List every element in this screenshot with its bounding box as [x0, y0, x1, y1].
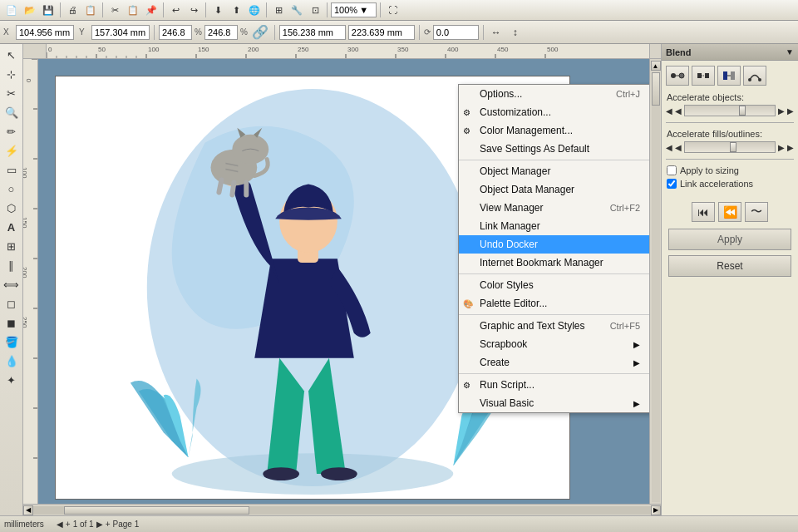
rotation-value[interactable]: 0.0 — [433, 25, 479, 40]
snap-btn[interactable]: ⊞ — [270, 2, 287, 18]
freehand-tool[interactable]: ✏ — [2, 122, 21, 140]
export-btn[interactable]: ⬆ — [228, 2, 244, 18]
options-btn[interactable]: 🔧 — [288, 2, 305, 18]
accel-obj-left-arrow2[interactable]: ◀ — [675, 106, 682, 116]
blend-spacing-btn[interactable] — [692, 66, 715, 86]
eyedropper-tool[interactable]: 💧 — [2, 352, 21, 370]
crop-tool[interactable]: ✂ — [2, 84, 21, 102]
interactive-tool[interactable]: ✦ — [2, 371, 21, 389]
menu-item-graphic-text-styles[interactable]: Graphic and Text Styles Ctrl+F5 — [459, 317, 649, 335]
y-coord-value[interactable]: 157.304 mm — [91, 25, 150, 40]
scroll-left-btn[interactable]: ◀ — [23, 505, 33, 515]
x-coord-value[interactable]: 104.956 mm — [16, 25, 74, 40]
menu-item-link-manager[interactable]: Link Manager — [459, 217, 649, 235]
smart-tool[interactable]: ⚡ — [2, 141, 21, 160]
select-tool[interactable]: ↖ — [2, 46, 21, 64]
menu-item-object-manager[interactable]: Object Manager — [459, 162, 649, 180]
text-tool[interactable]: A — [2, 218, 21, 236]
menu-item-color-mgmt[interactable]: ⚙ Color Management... — [459, 121, 649, 140]
menu-item-create[interactable]: Create ▶ — [459, 353, 649, 372]
zoom-dropdown-icon[interactable]: ▼ — [359, 5, 368, 15]
snap2-btn[interactable]: ⊡ — [307, 2, 323, 18]
print2-btn[interactable]: 📋 — [82, 2, 99, 18]
blend-collapse-icon[interactable]: ▼ — [786, 47, 794, 57]
apply-button[interactable]: Apply — [668, 229, 791, 250]
accel-obj-right-arrow[interactable]: ▶ — [778, 106, 785, 116]
zoom-tool[interactable]: 🔍 — [2, 103, 21, 121]
shape-tool[interactable]: ⊹ — [2, 65, 21, 83]
menu-item-view-manager[interactable]: View Manager Ctrl+F2 — [459, 199, 649, 217]
menu-item-run-script[interactable]: ⚙ Run Script... — [459, 376, 649, 394]
cut-btn[interactable]: ✂ — [106, 2, 123, 18]
blend-wave-btn[interactable]: 〜 — [745, 202, 768, 222]
menu-item-options[interactable]: Options... Ctrl+J — [459, 85, 649, 103]
accel-fills-slider[interactable] — [684, 141, 776, 153]
scroll-right-btn[interactable]: ▶ — [651, 505, 661, 515]
redo-btn[interactable]: ↪ — [185, 2, 202, 18]
mirror-v-btn[interactable]: ↕ — [507, 24, 524, 41]
extrude-tool[interactable]: ◻ — [2, 294, 21, 313]
accel-objects-thumb[interactable] — [739, 106, 746, 116]
menu-item-save-settings[interactable]: Save Settings As Default — [459, 140, 649, 158]
import-btn[interactable]: ⬇ — [209, 2, 226, 18]
paste-btn[interactable]: 📌 — [143, 2, 160, 18]
reset-button[interactable]: Reset — [668, 255, 791, 277]
parallel-tool[interactable]: ∥ — [2, 256, 21, 274]
blend-color-btn[interactable] — [717, 66, 741, 86]
blend-prev-btn[interactable]: ⏪ — [718, 202, 741, 222]
vertical-scrollbar[interactable]: ▲ ▼ — [649, 59, 661, 515]
copy-btn[interactable]: 📋 — [125, 2, 141, 18]
publish-btn[interactable]: 🌐 — [246, 2, 263, 18]
width-value[interactable]: 246.8 — [159, 25, 192, 40]
link-accel-checkbox[interactable] — [667, 179, 677, 189]
height-value[interactable]: 246.8 — [204, 25, 238, 40]
lock-proportions-icon[interactable]: 🔗 — [252, 24, 268, 40]
accel-fills-left-arrow2[interactable]: ◀ — [675, 143, 682, 152]
width-mm-value[interactable]: 156.238 mm — [279, 25, 346, 40]
rect-tool[interactable]: ▭ — [2, 160, 21, 179]
accel-fills-right-arrow2[interactable]: ▶ — [787, 143, 794, 152]
table-tool[interactable]: ⊞ — [2, 237, 21, 255]
save-btn[interactable]: 💾 — [40, 2, 57, 18]
menu-item-scrapbook[interactable]: Scrapbook ▶ — [459, 335, 649, 353]
shadow-tool[interactable]: ◼ — [2, 313, 21, 332]
menu-item-customization[interactable]: ⚙ Customization... — [459, 103, 649, 121]
menu-item-palette-editor[interactable]: 🎨 Palette Editor... — [459, 294, 649, 313]
blend-steps-btn[interactable] — [666, 66, 689, 86]
menu-item-visual-basic[interactable]: Visual Basic ▶ — [459, 394, 649, 412]
add-page-btn2[interactable]: + — [106, 520, 111, 529]
blend-first-btn[interactable]: ⏮ — [692, 202, 715, 222]
undo-btn[interactable]: ↩ — [167, 2, 184, 18]
apply-sizing-checkbox[interactable] — [667, 165, 677, 175]
accel-obj-right-arrow2[interactable]: ▶ — [787, 106, 794, 116]
new-btn[interactable]: 📄 — [3, 2, 20, 18]
zoom-display[interactable]: 100% ▼ — [331, 2, 377, 17]
print-btn[interactable]: 🖨 — [64, 2, 81, 18]
accel-objects-slider[interactable] — [684, 105, 776, 116]
canvas[interactable]: Options... Ctrl+J ⚙ Customization... ⚙ C… — [38, 59, 649, 515]
menu-item-undo-docker[interactable]: Undo Docker — [459, 235, 649, 254]
horizontal-scrollbar[interactable]: ◀ ▶ — [23, 504, 661, 515]
accel-obj-left-arrow[interactable]: ◀ — [666, 106, 672, 116]
open-btn[interactable]: 📂 — [22, 2, 38, 18]
h-scroll-thumb[interactable] — [64, 506, 249, 515]
menu-item-color-styles[interactable]: Color Styles — [459, 276, 649, 294]
accel-fills-right-arrow[interactable]: ▶ — [778, 143, 785, 152]
fullscreen-btn[interactable]: ⛶ — [384, 2, 401, 18]
ellipse-tool[interactable]: ○ — [2, 180, 21, 198]
menu-item-object-data[interactable]: Object Data Manager — [459, 180, 649, 199]
mirror-h-btn[interactable]: ↔ — [488, 24, 505, 41]
scroll-up-btn[interactable]: ▲ — [651, 61, 661, 71]
accel-fills-thumb[interactable] — [730, 142, 736, 152]
menu-item-internet-bookmark[interactable]: Internet Bookmark Manager — [459, 254, 649, 272]
scroll-thumb[interactable] — [652, 72, 660, 106]
blend-obj-path-btn[interactable] — [743, 66, 766, 86]
accel-fills-left-arrow[interactable]: ◀ — [666, 143, 672, 152]
fill-tool[interactable]: 🪣 — [2, 332, 21, 351]
prev-page-btn[interactable]: ◀ — [57, 520, 63, 529]
blend-tool[interactable]: ⟺ — [2, 275, 21, 293]
add-page-btn[interactable]: + — [66, 520, 71, 529]
next-page-btn[interactable]: ▶ — [96, 520, 103, 529]
polygon-tool[interactable]: ⬡ — [2, 199, 21, 217]
height-mm-value[interactable]: 223.639 mm — [348, 25, 415, 40]
